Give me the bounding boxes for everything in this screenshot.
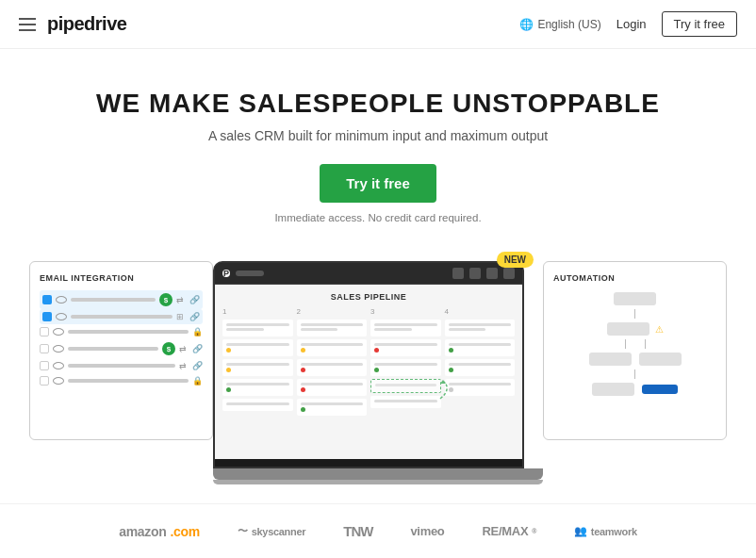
card-dots — [374, 348, 437, 353]
card-line — [374, 363, 437, 366]
screenshots-section: EMAIL INTEGRATION $ ⇄ 🔗 ⊞ 🔗 🔒 $ — [0, 242, 756, 494]
email-line-4 — [68, 347, 158, 351]
wave-icon: 〜 — [238, 524, 248, 538]
card-line — [301, 383, 364, 386]
laptop-wrapper: NEW P SALES PIPELINE 1 — [213, 261, 543, 484]
amazon-logo: amazon.com — [119, 524, 200, 539]
tnw-logo: TNW — [343, 523, 372, 539]
email-line-3 — [68, 330, 189, 334]
dollar-badge-2: $ — [162, 342, 175, 355]
laptop-content: SALES PIPELINE 1 — [215, 285, 522, 459]
card-line-short — [374, 328, 412, 331]
card-dots — [226, 368, 289, 372]
email-row-5: ⇄ 🔗 — [40, 358, 203, 373]
card-dots — [301, 407, 364, 412]
pipedrive-icon: P — [222, 270, 230, 277]
topbar-icon-1 — [452, 268, 464, 279]
checkbox-empty-3 — [40, 327, 49, 336]
pipeline-col-4: 4 — [445, 307, 516, 418]
login-button[interactable]: Login — [616, 17, 647, 31]
card-dots — [449, 387, 512, 392]
card-4-1 — [445, 320, 516, 336]
card-dots — [226, 348, 289, 353]
lock-icon-3: 🔒 — [192, 327, 203, 336]
dot-red — [374, 348, 379, 353]
dot-green — [374, 368, 379, 372]
col-num-2: 2 — [297, 307, 368, 316]
hero-title: WE MAKE SALESPEOPLE UNSTOPPABLE — [19, 89, 737, 119]
nav-left: pipedrive — [19, 13, 126, 35]
card-4-4 — [445, 379, 516, 396]
card-4-3 — [445, 359, 516, 376]
card-4-2 — [445, 339, 516, 356]
automation-label: AUTOMATION — [553, 273, 716, 283]
pipeline-columns: 1 — [222, 307, 515, 418]
card-2-3 — [297, 359, 368, 376]
dot-yellow — [301, 348, 305, 353]
teamwork-logo: 👥 teamwork — [574, 525, 637, 537]
link-icon-5: 🔗 — [192, 361, 203, 370]
laptop-topbar: P — [215, 263, 522, 285]
card-1-2 — [222, 339, 293, 356]
checkbox-checked-1 — [42, 295, 52, 304]
card-3-1 — [370, 320, 441, 336]
email-integration-panel: EMAIL INTEGRATION $ ⇄ 🔗 ⊞ 🔗 🔒 $ — [29, 261, 213, 440]
logos-section: amazon.com 〜 skyscanner TNW vimeo RE/MAX… — [0, 503, 756, 558]
checkbox-empty-6 — [40, 376, 49, 386]
checkbox-empty-4 — [40, 344, 49, 353]
card-dots — [301, 368, 364, 372]
card-3-2 — [370, 339, 441, 356]
laptop-bottom — [213, 468, 543, 480]
card-line — [301, 343, 364, 346]
card-dots — [226, 387, 289, 392]
card-1-3 — [222, 359, 293, 376]
card-line — [449, 343, 512, 346]
dot-green — [301, 407, 305, 412]
eye-icon-1 — [56, 296, 67, 304]
hero-section: WE MAKE SALESPEOPLE UNSTOPPABLE A sales … — [0, 49, 756, 242]
try-free-hero-button[interactable]: Try it free — [320, 164, 436, 203]
card-line — [374, 343, 437, 346]
flow-box-1 — [614, 292, 656, 305]
card-dots — [449, 348, 512, 353]
share-icon-5: ⇄ — [179, 361, 189, 370]
email-line-5 — [68, 364, 175, 368]
language-button[interactable]: 🌐 English (US) — [519, 18, 600, 31]
logo: pipedrive — [47, 13, 126, 35]
pipeline-col-1: 1 — [222, 307, 293, 418]
email-row-2: ⊞ 🔗 — [40, 309, 203, 324]
card-line-short — [301, 328, 338, 331]
nav-right: 🌐 English (US) Login Try it free — [519, 11, 737, 37]
dot-green — [449, 368, 453, 372]
col-num-3: 3 — [370, 307, 441, 316]
card-2-1 — [297, 320, 368, 336]
try-free-nav-button[interactable]: Try it free — [662, 11, 737, 37]
eye-icon-5 — [53, 362, 64, 369]
flow-box-4a — [592, 383, 634, 396]
hamburger-button[interactable] — [19, 18, 36, 31]
flow-line-v4 — [634, 369, 635, 379]
flow-diagram: ⚠ — [553, 292, 716, 396]
pipeline-col-3: 3 — [370, 307, 441, 418]
eye-icon-6 — [53, 377, 64, 385]
new-badge: NEW — [497, 252, 534, 268]
card-line — [449, 363, 512, 366]
card-dots — [301, 348, 364, 353]
col-num-1: 1 — [222, 307, 293, 316]
dot-green — [449, 348, 453, 353]
flow-branch — [625, 339, 646, 349]
topbar-icon-2 — [469, 268, 481, 279]
move-arrow — [438, 380, 453, 402]
flow-row-4 — [592, 383, 678, 396]
globe-icon: 🌐 — [519, 18, 534, 31]
email-row-6: 🔒 — [40, 373, 203, 388]
card-1-5 — [222, 399, 293, 411]
card-2-2 — [297, 339, 368, 356]
teamwork-icon: 👥 — [574, 525, 587, 537]
dot-yellow — [226, 368, 231, 372]
share-icon-2: ⊞ — [176, 312, 186, 321]
card-3-3 — [370, 359, 441, 376]
email-row-4: $ ⇄ 🔗 — [40, 339, 203, 358]
dot-green — [226, 387, 231, 392]
card-line — [226, 323, 289, 326]
